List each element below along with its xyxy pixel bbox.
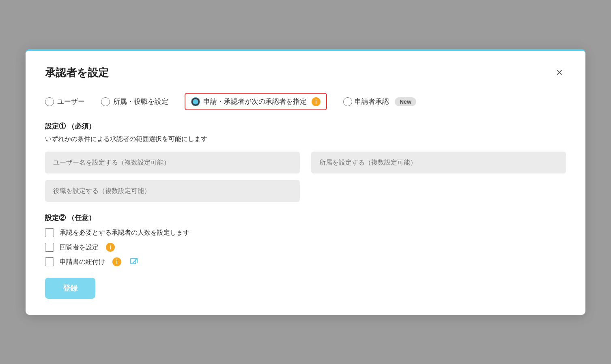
section1-title: 設定① （必須） [45,122,566,131]
radio-option-user[interactable]: ユーザー [45,97,85,106]
radio-option-requester[interactable]: 申請者承認 New [343,97,416,106]
field-role-input[interactable] [45,180,300,202]
radio-input-user[interactable] [45,97,54,106]
radio-input-dept[interactable] [101,97,110,106]
section1: 設定① （必須） いずれかの条件による承認者の範囲選択を可能にします [45,122,566,202]
checkbox-label-viewer: 回覧者を設定 [60,243,99,252]
checkbox-attach[interactable]: 申請書の紐付け i [45,257,566,266]
checkbox-list: 承認を必要とする承認者の人数を設定します 回覧者を設定 i 申請書の紐付け i [45,228,566,266]
modal-title: 承認者を設定 [45,66,109,80]
field-user-input[interactable] [45,152,300,173]
external-link-icon[interactable] [129,257,138,266]
fields-row-1 [45,152,566,173]
checkbox-label-attach: 申請書の紐付け [60,258,105,266]
checkbox-count[interactable]: 承認を必要とする承認者の人数を設定します [45,228,566,237]
svg-line-1 [133,259,137,263]
section2-title: 設定② （任意） [45,213,566,223]
section1-description: いずれかの条件による承認者の範囲選択を可能にします [45,135,566,143]
info-icon-attach[interactable]: i [112,257,121,266]
field-dept-input[interactable] [311,152,566,173]
radio-input-requester[interactable] [343,97,352,106]
radio-label-user: ユーザー [57,97,85,106]
new-badge: New [395,97,416,106]
radio-label-dept: 所属・役職を設定 [113,97,168,106]
checkbox-input-count[interactable] [45,228,54,237]
radio-label-requester: 申請者承認 [355,97,389,106]
section2: 設定② （任意） 承認を必要とする承認者の人数を設定します 回覧者を設定 i 申… [45,213,566,266]
modal-dialog: 承認者を設定 × ユーザー 所属・役職を設定 申請・承認者が次の承認者を指定 i [26,49,585,315]
checkbox-input-viewer[interactable] [45,243,54,252]
info-icon-approver[interactable]: i [312,97,321,106]
submit-button[interactable]: 登録 [45,278,95,299]
radio-input-approver[interactable] [191,97,200,106]
modal-header: 承認者を設定 × [45,65,566,80]
radio-option-dept[interactable]: 所属・役職を設定 [101,97,168,106]
checkbox-input-attach[interactable] [45,257,54,266]
radio-group: ユーザー 所属・役職を設定 申請・承認者が次の承認者を指定 i 申請者承認 Ne… [45,93,566,110]
modal-overlay: 承認者を設定 × ユーザー 所属・役職を設定 申請・承認者が次の承認者を指定 i [0,0,611,364]
checkbox-label-count: 承認を必要とする承認者の人数を設定します [60,229,189,237]
radio-label-approver: 申請・承認者が次の承認者を指定 [203,97,307,106]
fields-row-2 [45,180,566,202]
checkbox-viewer[interactable]: 回覧者を設定 i [45,243,566,252]
radio-option-approver[interactable]: 申請・承認者が次の承認者を指定 i [185,93,327,110]
info-icon-viewer[interactable]: i [106,243,115,252]
close-button[interactable]: × [553,65,566,80]
